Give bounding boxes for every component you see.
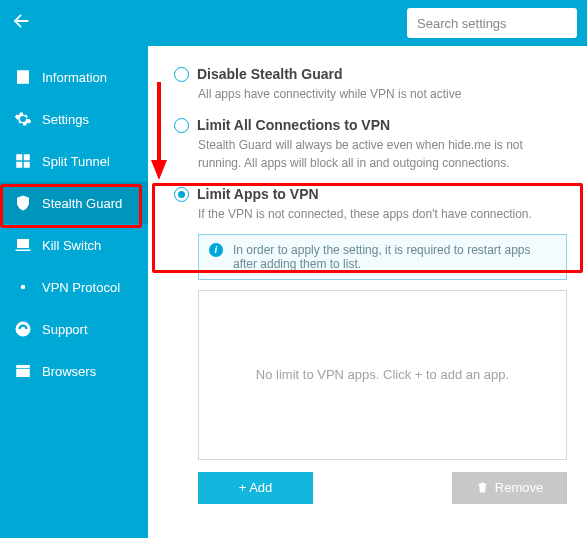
sidebar-item-label: Settings [42, 112, 89, 127]
option-desc: If the VPN is not connected, these apps … [198, 206, 567, 223]
info-notice: i In order to apply the setting, it is r… [198, 234, 567, 280]
gear-icon [14, 110, 32, 128]
shield-icon [14, 194, 32, 212]
browser-icon [14, 362, 32, 380]
option-limit-apps[interactable]: Limit Apps to VPN If the VPN is not conn… [174, 186, 567, 503]
sidebar-item-label: Information [42, 70, 107, 85]
option-title: Limit All Connections to VPN [197, 117, 390, 133]
option-desc: All apps have connectivity while VPN is … [198, 86, 567, 103]
sidebar-item-label: Browsers [42, 364, 96, 379]
radio-icon[interactable] [174, 67, 189, 82]
trash-icon [476, 481, 489, 494]
radio-icon[interactable] [174, 118, 189, 133]
option-title: Disable Stealth Guard [197, 66, 342, 82]
sidebar-item-support[interactable]: Support [0, 308, 148, 350]
back-icon[interactable] [10, 10, 32, 36]
add-button-label: + Add [239, 480, 273, 495]
sidebar-item-kill-switch[interactable]: Kill Switch [0, 224, 148, 266]
option-disable-stealth-guard[interactable]: Disable Stealth Guard All apps have conn… [174, 66, 567, 103]
option-desc: Stealth Guard will always be active even… [198, 137, 567, 172]
search-input[interactable] [417, 16, 567, 31]
search-field-wrap[interactable] [407, 8, 577, 38]
sidebar-item-label: Support [42, 322, 88, 337]
sidebar-item-information[interactable]: Information [0, 56, 148, 98]
sidebar: Information Settings Split Tunnel Stealt… [0, 46, 148, 538]
header [0, 0, 587, 46]
add-button[interactable]: + Add [198, 472, 313, 504]
sidebar-item-settings[interactable]: Settings [0, 98, 148, 140]
sidebar-item-stealth-guard[interactable]: Stealth Guard [0, 182, 148, 224]
split-icon [14, 152, 32, 170]
apps-list-box: No limit to VPN apps. Click + to add an … [198, 290, 567, 460]
remove-button-label: Remove [495, 480, 543, 495]
support-icon [14, 320, 32, 338]
radio-icon[interactable] [174, 187, 189, 202]
main-panel: Disable Stealth Guard All apps have conn… [148, 46, 587, 538]
info-doc-icon [14, 68, 32, 86]
apps-empty-text: No limit to VPN apps. Click + to add an … [256, 367, 509, 382]
sidebar-item-label: Kill Switch [42, 238, 101, 253]
sidebar-item-label: Stealth Guard [42, 196, 122, 211]
killswitch-icon [14, 236, 32, 254]
info-text: In order to apply the setting, it is req… [233, 243, 556, 271]
option-title: Limit Apps to VPN [197, 186, 319, 202]
sidebar-item-browsers[interactable]: Browsers [0, 350, 148, 392]
sidebar-item-label: Split Tunnel [42, 154, 110, 169]
option-limit-all-connections[interactable]: Limit All Connections to VPN Stealth Gua… [174, 117, 567, 172]
sidebar-item-split-tunnel[interactable]: Split Tunnel [0, 140, 148, 182]
sidebar-item-label: VPN Protocol [42, 280, 120, 295]
sidebar-item-vpn-protocol[interactable]: VPN Protocol [0, 266, 148, 308]
protocol-icon [14, 278, 32, 296]
info-icon: i [209, 243, 223, 257]
remove-button: Remove [452, 472, 567, 504]
